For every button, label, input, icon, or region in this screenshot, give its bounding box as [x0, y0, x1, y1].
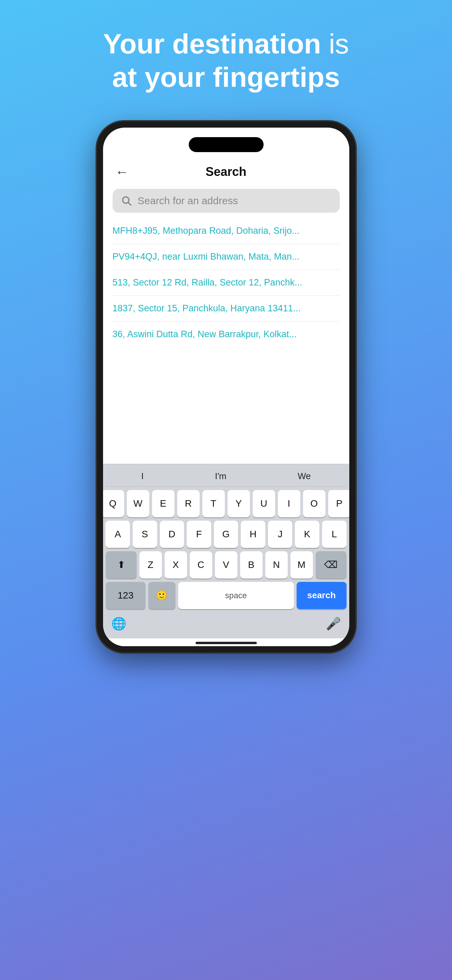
keyboard-row-3: ⬆ Z X C V B N M ⌫: [106, 551, 347, 579]
keyboard-bottom-row: 🌐 🎤: [106, 612, 347, 633]
dynamic-island: [189, 137, 263, 152]
headline-bold: Your destination: [103, 28, 321, 59]
emoji-key[interactable]: 🙂: [148, 582, 176, 609]
search-icon: [121, 195, 132, 207]
key-r[interactable]: R: [177, 490, 200, 517]
keyboard-row-1: Q W E R T Y U I O P: [106, 490, 347, 517]
key-e[interactable]: E: [152, 490, 174, 517]
list-item[interactable]: 513, Sector 12 Rd, Railla, Sector 12, Pa…: [113, 270, 340, 296]
keyboard-row-4: 123 🙂 space search: [106, 582, 347, 609]
key-q[interactable]: Q: [103, 490, 124, 517]
key-y[interactable]: Y: [228, 490, 250, 517]
key-f[interactable]: F: [187, 520, 211, 548]
phone-screen: ← Search Search for an address MFH8+J95,…: [103, 127, 349, 646]
key-p[interactable]: P: [328, 490, 349, 517]
key-c[interactable]: C: [190, 551, 212, 579]
key-m[interactable]: M: [290, 551, 313, 579]
key-b[interactable]: B: [240, 551, 263, 579]
shift-key[interactable]: ⬆: [106, 551, 137, 579]
key-h[interactable]: H: [241, 520, 265, 548]
headline: Your destination is at your fingertips: [82, 27, 370, 94]
list-item[interactable]: MFH8+J95, Methopara Road, Doharia, Srijo…: [113, 218, 340, 244]
key-k[interactable]: K: [295, 520, 319, 548]
globe-icon[interactable]: 🌐: [111, 617, 127, 631]
key-w[interactable]: W: [127, 490, 149, 517]
search-bar[interactable]: Search for an address: [113, 189, 340, 213]
search-key[interactable]: search: [297, 582, 347, 609]
key-u[interactable]: U: [253, 490, 275, 517]
screen-title: Search: [205, 165, 246, 179]
headline-line2: at your fingertips: [112, 62, 340, 92]
key-s[interactable]: S: [133, 520, 157, 548]
search-placeholder: Search for an address: [138, 195, 238, 207]
suggestion-1[interactable]: I: [141, 471, 144, 482]
space-key[interactable]: space: [178, 582, 294, 609]
app-header: ← Search: [103, 158, 349, 185]
key-i[interactable]: I: [278, 490, 300, 517]
keyboard-row-2: A S D F G H J K L: [106, 520, 347, 548]
keyboard-suggestions: I I'm We: [106, 468, 347, 487]
key-d[interactable]: D: [160, 520, 184, 548]
back-button[interactable]: ←: [115, 165, 129, 179]
key-x[interactable]: X: [165, 551, 187, 579]
list-item[interactable]: 36, Aswini Dutta Rd, New Barrakpur, Kolk…: [113, 321, 340, 347]
key-n[interactable]: N: [265, 551, 288, 579]
suggestion-3[interactable]: We: [298, 471, 311, 482]
phone-device: ← Search Search for an address MFH8+J95,…: [97, 121, 355, 652]
list-item[interactable]: PV94+4QJ, near Luxmi Bhawan, Mata, Man..…: [113, 244, 340, 270]
suggestion-2[interactable]: I'm: [215, 471, 227, 482]
keyboard: I I'm We Q W E R T Y U I O P: [103, 464, 349, 638]
key-o[interactable]: O: [303, 490, 325, 517]
headline-normal: is: [329, 28, 349, 59]
key-a[interactable]: A: [105, 520, 130, 548]
address-list: MFH8+J95, Methopara Road, Doharia, Srijo…: [103, 218, 349, 464]
key-g[interactable]: G: [214, 520, 238, 548]
key-t[interactable]: T: [202, 490, 225, 517]
numbers-key[interactable]: 123: [106, 582, 146, 609]
svg-line-1: [128, 202, 131, 205]
home-indicator-area: [103, 638, 349, 646]
app-content: ← Search Search for an address MFH8+J95,…: [103, 127, 349, 646]
key-v[interactable]: V: [215, 551, 237, 579]
mic-icon[interactable]: 🎤: [326, 617, 341, 631]
list-item[interactable]: 1837, Sector 15, Panchkula, Haryana 1341…: [113, 296, 340, 321]
key-j[interactable]: J: [268, 520, 292, 548]
key-l[interactable]: L: [322, 520, 347, 548]
backspace-key[interactable]: ⌫: [316, 551, 347, 579]
key-z[interactable]: Z: [140, 551, 162, 579]
home-bar: [195, 642, 257, 644]
